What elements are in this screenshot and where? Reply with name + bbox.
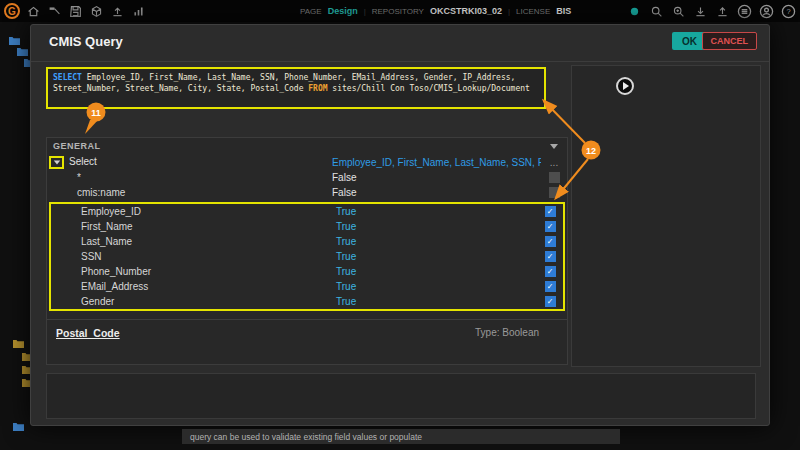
context-breadcrumb: PAGE Design | REPOSITORY OKCSTRKI03_02 |… (300, 0, 571, 22)
property-checkbox[interactable]: ✓ (545, 206, 556, 217)
checkbox-cell: ✓ (537, 206, 563, 217)
checkbox-cell: ✓ (537, 266, 563, 277)
repository-value[interactable]: OKCSTRKI03_02 (430, 6, 502, 16)
select-row-left: Select (47, 156, 332, 169)
chevron-down-icon[interactable] (550, 144, 558, 149)
page-value[interactable]: Design (328, 6, 358, 16)
checkbox-cell (541, 187, 567, 198)
checkbox-cell: ✓ (537, 236, 563, 247)
app-logo[interactable]: G (4, 3, 20, 19)
separator: | (508, 7, 510, 16)
checkbox-cell: ✓ (537, 296, 563, 307)
property-checkbox[interactable]: ✓ (545, 281, 556, 292)
property-row-value: True (336, 296, 537, 307)
property-row[interactable]: Employee_IDTrue✓ (51, 204, 563, 219)
property-row[interactable]: First_NameTrue✓ (51, 219, 563, 234)
select-row-label: Select (69, 156, 97, 167)
bottom-panel (46, 373, 756, 419)
more-button[interactable]: ... (541, 157, 567, 168)
property-row[interactable]: EMail_AddressTrue✓ (51, 279, 563, 294)
property-checkbox[interactable]: ✓ (545, 221, 556, 232)
user-icon[interactable] (759, 4, 774, 19)
menu-icon[interactable] (737, 4, 752, 19)
svg-text:?: ? (786, 7, 790, 16)
tree-folder-icon[interactable] (17, 42, 29, 52)
property-row[interactable]: GenderTrue✓ (51, 294, 563, 309)
property-checkbox[interactable]: ✓ (545, 266, 556, 277)
property-row[interactable]: *False (47, 170, 567, 185)
selected-property-name: Postal_Code (56, 327, 120, 339)
package-icon[interactable] (89, 4, 104, 19)
property-row-value: False (332, 187, 541, 198)
property-row[interactable]: Last_NameTrue✓ (51, 234, 563, 249)
upload-tray-icon[interactable] (715, 4, 730, 19)
select-keyword: SELECT (53, 73, 82, 82)
property-row-value: True (336, 281, 537, 292)
property-row-value: False (332, 172, 541, 183)
property-row[interactable]: SSNTrue✓ (51, 249, 563, 264)
property-row-label: First_Name (51, 221, 336, 232)
cmis-query-editor[interactable]: SELECT Employee_ID, First_Name, Last_Nam… (46, 67, 546, 109)
license-label: LICENSE (516, 7, 550, 16)
property-row-label: Gender (51, 296, 336, 307)
property-row-value: True (336, 236, 537, 247)
property-checkbox[interactable]: ✓ (545, 296, 556, 307)
checkbox-cell: ✓ (537, 251, 563, 262)
cmis-query-dialog: CMIS Query OK CANCEL SELECT Employee_ID,… (30, 24, 770, 426)
select-row-value: Employee_ID, First_Name, Last_Name, SSN,… (332, 157, 541, 168)
tree-folder-icon[interactable] (13, 334, 25, 344)
tools-icon[interactable] (47, 4, 62, 19)
dialog-title: CMIS Query (49, 34, 123, 49)
from-keyword: FROM (308, 84, 327, 93)
home-icon[interactable] (26, 4, 41, 19)
application-window: G PAGE Design | REPOS (0, 0, 800, 450)
property-row-value: True (336, 221, 537, 232)
cancel-button[interactable]: CANCEL (702, 32, 758, 50)
section-label: GENERAL (53, 141, 101, 151)
search-icon[interactable] (649, 4, 664, 19)
header-divider (31, 61, 769, 62)
status-text: query can be used to validate existing f… (190, 432, 422, 442)
select-property-row[interactable]: Select Employee_ID, First_Name, Last_Nam… (47, 154, 567, 170)
download-icon[interactable] (693, 4, 708, 19)
property-row-label: cmis:name (47, 187, 332, 198)
property-row-label: Last_Name (51, 236, 336, 247)
properties-panel: GENERAL Select Employee_ID, First_Name, … (46, 137, 568, 365)
play-icon (623, 82, 629, 90)
run-query-button[interactable] (616, 77, 634, 95)
property-checkbox[interactable]: ✓ (545, 236, 556, 247)
checkbox-cell (541, 172, 567, 183)
property-checkbox[interactable]: ✓ (545, 251, 556, 262)
property-row-label: Phone_Number (51, 266, 336, 277)
property-rows-plain: *Falsecmis:nameFalse (47, 170, 567, 200)
toolbar-right-icons: ? (627, 0, 796, 22)
chart-icon[interactable] (131, 4, 146, 19)
page-label: PAGE (300, 7, 322, 16)
property-row[interactable]: cmis:nameFalse (47, 185, 567, 200)
tree-folder-icon[interactable] (13, 417, 25, 427)
toolbar-left-icons (26, 4, 146, 19)
status-bar: query can be used to validate existing f… (182, 429, 620, 444)
save-icon[interactable] (68, 4, 83, 19)
help-icon[interactable]: ? (781, 4, 796, 19)
separator: | (364, 7, 366, 16)
record-icon[interactable] (627, 4, 642, 19)
property-checkbox[interactable] (549, 172, 560, 183)
property-row-label: SSN (51, 251, 336, 262)
property-row-label: Employee_ID (51, 206, 336, 217)
general-section-header[interactable]: GENERAL (47, 138, 567, 154)
checkbox-cell: ✓ (537, 221, 563, 232)
upload-icon[interactable] (110, 4, 125, 19)
property-row-label: EMail_Address (51, 281, 336, 292)
chevron-down-icon (53, 160, 59, 164)
zoom-icon[interactable] (671, 4, 686, 19)
detail-panel (571, 65, 761, 367)
from-path-text: sites/Chill Con Toso/CMIS_Lookup/Documen… (328, 84, 530, 93)
property-checkbox[interactable] (549, 187, 560, 198)
property-row-value: True (336, 206, 537, 217)
property-row-value: True (336, 251, 537, 262)
top-toolbar: G PAGE Design | REPOS (0, 0, 800, 22)
expand-chevron-box[interactable] (49, 156, 64, 169)
property-row[interactable]: Phone_NumberTrue✓ (51, 264, 563, 279)
tree-folder-icon[interactable] (9, 31, 21, 41)
